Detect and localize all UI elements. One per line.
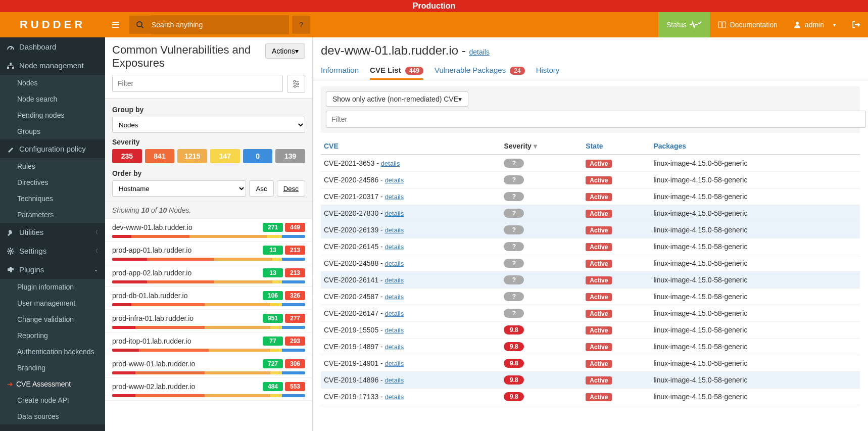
state-badge: Active	[586, 276, 612, 284]
cve-state-filter-dropdown[interactable]: Show only active (non-remediated) CVE▾	[326, 91, 468, 107]
node-row[interactable]: prod-itop-01.lab.rudder.io 77 293	[105, 332, 312, 355]
cve-details-link[interactable]: details	[385, 376, 404, 384]
sort-asc-button[interactable]: Asc	[249, 180, 273, 197]
cve-row[interactable]: CVE-2020-26141 - details ? Active linux-…	[321, 272, 860, 289]
node-row[interactable]: prod-infra-01.lab.rudder.io 951 277	[105, 310, 312, 332]
cve-details-link[interactable]: details	[385, 293, 404, 301]
search-input[interactable]	[151, 15, 289, 34]
cve-row[interactable]: CVE-2019-14896 - details 9.8 Active linu…	[321, 372, 860, 389]
cve-details-link[interactable]: details	[385, 393, 404, 401]
sidebar-configuration-policy[interactable]: Configuration policy	[0, 139, 105, 158]
user-menu[interactable]: admin ▾	[786, 12, 844, 37]
pencil-icon	[7, 146, 14, 153]
col-severity[interactable]: Severity ▾	[501, 138, 583, 155]
cve-row[interactable]: CVE-2021-3653 - details ? Active linux-i…	[321, 155, 860, 172]
cve-row[interactable]: CVE-2020-26145 - details ? Active linux-…	[321, 238, 860, 255]
sidebar-node-management[interactable]: Node management	[0, 56, 105, 75]
sidebar-item[interactable]: Directives	[0, 174, 105, 190]
sidebar-item[interactable]: Groups	[0, 123, 105, 139]
sidebar-item[interactable]: Change validation	[0, 311, 105, 327]
brand-logo[interactable]: RUDDER	[0, 12, 105, 37]
sidebar-item[interactable]: User management	[0, 295, 105, 311]
sidebar-item[interactable]: Plugin information	[0, 279, 105, 295]
cve-row[interactable]: CVE-2019-14897 - details 9.8 Active linu…	[321, 339, 860, 355]
sidebar-item[interactable]: CVE Assessment	[0, 376, 105, 392]
status-indicator[interactable]: Status	[658, 12, 710, 37]
cve-details-link[interactable]: details	[385, 276, 404, 284]
cve-details-link[interactable]: details	[385, 210, 404, 217]
tab-history[interactable]: History	[536, 62, 560, 80]
cve-row[interactable]: CVE-2020-24588 - details ? Active linux-…	[321, 255, 860, 272]
sidebar-item[interactable]: Reporting	[0, 327, 105, 344]
node-row[interactable]: prod-app-02.lab.rudder.io 13 213	[105, 264, 312, 287]
cve-details-link[interactable]: details	[385, 260, 404, 267]
sidebar-settings[interactable]: Settings 〈	[0, 242, 105, 260]
node-filter-input[interactable]	[112, 75, 283, 92]
severity-filter-pill[interactable]: 147	[210, 149, 240, 163]
cve-details-link[interactable]: details	[385, 226, 404, 234]
node-row[interactable]: dev-www-01.lab.rudder.io 271 449	[105, 219, 312, 242]
nodes-list[interactable]: dev-www-01.lab.rudder.io 271 449 prod-ap…	[105, 219, 312, 431]
sidebar-utilities[interactable]: Utilities 〈	[0, 223, 105, 242]
cve-details-link[interactable]: details	[385, 176, 404, 184]
sidebar-item[interactable]: Node search	[0, 91, 105, 107]
col-cve[interactable]: CVE	[321, 138, 501, 155]
sidebar-item[interactable]: Nodes	[0, 75, 105, 91]
sidebar-item[interactable]: Rules	[0, 158, 105, 174]
order-by-select[interactable]: Hostname	[112, 180, 246, 197]
sidebar-item[interactable]: Parameters	[0, 207, 105, 223]
cve-details-link[interactable]: details	[385, 360, 404, 367]
filter-settings-button[interactable]	[287, 75, 305, 93]
cve-row[interactable]: CVE-2020-26139 - details ? Active linux-…	[321, 222, 860, 238]
tab-information[interactable]: Information	[321, 62, 359, 80]
cve-row[interactable]: CVE-2020-24587 - details ? Active linux-…	[321, 289, 860, 305]
actions-button[interactable]: Actions▾	[265, 43, 305, 59]
cve-row[interactable]: CVE-2020-24586 - details ? Active linux-…	[321, 172, 860, 188]
logout-button[interactable]	[844, 12, 868, 37]
state-badge: Active	[586, 260, 612, 268]
tab-vulnerable-packages[interactable]: Vulnerable Packages 24	[435, 62, 525, 80]
tab-cve-list[interactable]: CVE List 449	[370, 62, 423, 80]
node-row[interactable]: prod-www-02.lab.rudder.io 484 553	[105, 378, 312, 401]
col-state[interactable]: State	[583, 138, 650, 155]
sidebar-item[interactable]: Create node API	[0, 392, 105, 408]
cve-details-link[interactable]: details	[385, 243, 404, 251]
cve-row[interactable]: CVE-2020-27830 - details ? Active linux-…	[321, 205, 860, 222]
sidebar-plugins[interactable]: Plugins ⌄	[0, 260, 105, 279]
documentation-link[interactable]: Documentation	[710, 12, 786, 37]
node-row[interactable]: prod-app-01.lab.rudder.io 13 213	[105, 242, 312, 264]
cve-details-link[interactable]: details	[385, 310, 404, 317]
severity-filter-pill[interactable]: 139	[275, 149, 305, 163]
host-details-link[interactable]: details	[469, 48, 489, 56]
sidebar-dashboard[interactable]: Dashboard	[0, 37, 105, 56]
cve-details-link[interactable]: details	[385, 193, 404, 201]
sidebar-item[interactable]: Techniques	[0, 190, 105, 207]
severity-filter-pill[interactable]: 1215	[177, 149, 207, 163]
sidebar-item[interactable]: Data sources	[0, 408, 105, 424]
state-badge: Active	[586, 326, 612, 334]
help-button[interactable]: ?	[292, 16, 310, 34]
sidebar-toggle-button[interactable]	[105, 22, 126, 28]
node-row[interactable]: prod-db-01.lab.rudder.io 106 326	[105, 287, 312, 310]
cve-row[interactable]: CVE-2019-17133 - details 9.8 Active linu…	[321, 389, 860, 405]
cve-filter-input[interactable]	[326, 111, 866, 128]
cve-row[interactable]: CVE-2020-26147 - details ? Active linux-…	[321, 305, 860, 322]
cve-details-link[interactable]: details	[385, 343, 404, 351]
sort-desc-button[interactable]: Desc	[277, 180, 305, 197]
severity-filter-pill[interactable]: 841	[145, 149, 175, 163]
sidebar-item[interactable]: Pending nodes	[0, 107, 105, 123]
severity-filter-pill[interactable]: 235	[112, 149, 142, 163]
cve-details-link[interactable]: details	[381, 160, 400, 167]
group-by-select[interactable]: Nodes	[112, 117, 305, 133]
cve-row[interactable]: CVE-2021-20317 - details ? Active linux-…	[321, 188, 860, 205]
cve-row[interactable]: CVE-2019-14901 - details 9.8 Active linu…	[321, 355, 860, 372]
cve-id: CVE-2019-17133	[324, 393, 378, 401]
status-label: Status	[666, 21, 687, 29]
node-row[interactable]: prod-www-01.lab.rudder.io 727 306	[105, 355, 312, 378]
sidebar-item[interactable]: Authentication backends	[0, 344, 105, 360]
cve-row[interactable]: CVE-2019-15505 - details 9.8 Active linu…	[321, 322, 860, 339]
sidebar-item[interactable]: Branding	[0, 360, 105, 376]
severity-filter-pill[interactable]: 0	[243, 149, 273, 163]
col-packages[interactable]: Packages	[650, 138, 860, 155]
cve-details-link[interactable]: details	[385, 326, 404, 334]
